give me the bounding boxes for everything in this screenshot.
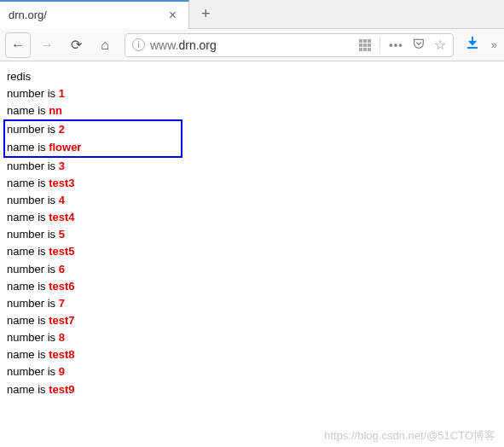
page-content: redis number is 1name is nnnumber is 2na… bbox=[0, 61, 504, 405]
forward-button: → bbox=[34, 32, 60, 58]
number-line: number is 6 bbox=[7, 261, 497, 278]
address-bar[interactable]: i www.drn.org ••• ☆ bbox=[125, 33, 454, 57]
reader-icon[interactable] bbox=[359, 39, 371, 51]
number-line: number is 4 bbox=[7, 192, 497, 209]
new-tab-button[interactable]: + bbox=[189, 5, 223, 23]
back-button[interactable]: ← bbox=[5, 32, 31, 58]
site-info-icon[interactable]: i bbox=[132, 38, 145, 51]
name-line: name is test7 bbox=[7, 312, 497, 329]
name-line: name is test5 bbox=[7, 243, 497, 260]
pocket-icon[interactable] bbox=[412, 37, 426, 53]
browser-tab[interactable]: drn.org/ × bbox=[0, 0, 189, 29]
url-text: www.drn.org bbox=[150, 38, 354, 52]
page-actions-icon[interactable]: ••• bbox=[389, 38, 403, 51]
close-tab-icon[interactable]: × bbox=[165, 8, 180, 23]
name-line: name is nn bbox=[7, 102, 497, 119]
number-line: number is 8 bbox=[7, 329, 497, 346]
name-line: name is flower bbox=[7, 139, 179, 156]
downloads-button[interactable] bbox=[461, 36, 484, 54]
number-line: number is 7 bbox=[7, 295, 497, 312]
name-line: name is test4 bbox=[7, 209, 497, 226]
reload-button[interactable]: ⟳ bbox=[63, 32, 89, 58]
number-line: number is 5 bbox=[7, 226, 497, 243]
url-actions: ••• ☆ bbox=[359, 37, 446, 54]
name-line: name is test3 bbox=[7, 175, 497, 192]
toolbar-right: » bbox=[461, 36, 499, 54]
watermark: https://blog.csdn.net/@51CTO博客 bbox=[324, 428, 495, 444]
tab-title: drn.org/ bbox=[9, 9, 47, 21]
number-line: number is 1 bbox=[7, 85, 497, 102]
number-line: number is 2 bbox=[7, 121, 179, 138]
overflow-icon[interactable]: » bbox=[490, 38, 499, 51]
highlight-box: number is 2name is flower bbox=[3, 119, 182, 157]
separator bbox=[379, 37, 380, 54]
name-line: name is test9 bbox=[7, 381, 497, 398]
number-line: number is 3 bbox=[7, 158, 497, 175]
number-line: number is 9 bbox=[7, 363, 497, 380]
name-line: name is test6 bbox=[7, 278, 497, 295]
name-line: name is test8 bbox=[7, 346, 497, 363]
tab-bar: drn.org/ × + bbox=[0, 0, 504, 29]
page-header: redis bbox=[7, 68, 497, 85]
toolbar: ← → ⟳ ⌂ i www.drn.org ••• ☆ » bbox=[0, 29, 504, 61]
bookmark-icon[interactable]: ☆ bbox=[434, 37, 446, 53]
home-button[interactable]: ⌂ bbox=[92, 32, 118, 58]
